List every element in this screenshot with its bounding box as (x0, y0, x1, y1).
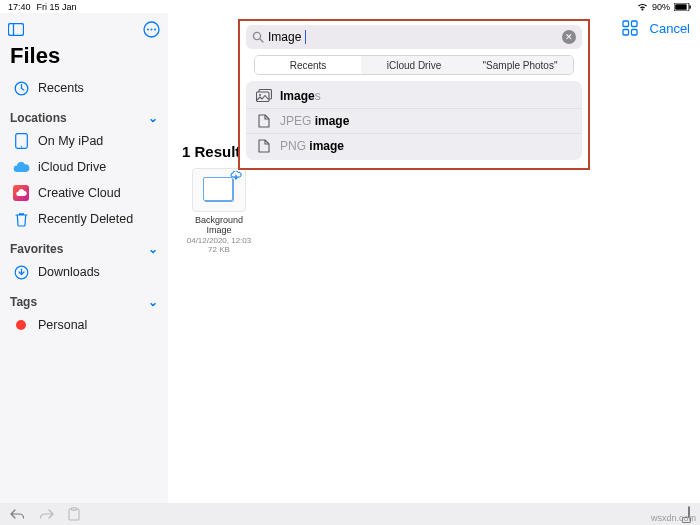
text-caret (305, 30, 306, 44)
watermark: wsxdn.com (651, 513, 696, 523)
grid-icon[interactable] (622, 20, 638, 36)
chevron-down-icon: ⌄ (148, 242, 158, 256)
status-time: 17:40 (8, 2, 31, 12)
battery-icon (674, 3, 692, 11)
sidebar-item-on-my-ipad[interactable]: On My iPad (8, 128, 160, 154)
ipad-icon (12, 133, 30, 149)
svg-line-19 (260, 39, 263, 42)
undo-icon[interactable] (10, 508, 25, 521)
redo-icon[interactable] (39, 508, 54, 521)
creative-cloud-icon (12, 185, 30, 201)
sidebar-section-tags[interactable]: Tags ⌄ (10, 295, 158, 309)
sidebar-item-downloads[interactable]: Downloads (8, 259, 160, 285)
status-date: Fri 15 Jan (37, 2, 77, 12)
svg-rect-15 (631, 21, 637, 27)
section-label: Locations (10, 111, 67, 125)
svg-rect-14 (623, 21, 629, 27)
sidebar-item-label: Downloads (38, 265, 100, 279)
file-date: 04/12/2020, 12:03 (182, 236, 256, 246)
section-label: Tags (10, 295, 37, 309)
chevron-down-icon: ⌄ (148, 111, 158, 125)
sidebar-section-favorites[interactable]: Favorites ⌄ (10, 242, 158, 256)
svg-point-8 (154, 28, 156, 30)
status-bar: 17:40 Fri 15 Jan 90% (0, 0, 700, 13)
trash-icon (12, 212, 30, 227)
svg-point-18 (253, 32, 260, 39)
clear-icon[interactable]: ✕ (562, 30, 576, 44)
file-thumbnail (192, 168, 246, 212)
clock-icon (12, 81, 30, 96)
scope-recents[interactable]: Recents (255, 56, 361, 74)
suggestion-jpeg[interactable]: JPEG image (246, 108, 582, 133)
svg-rect-17 (631, 30, 637, 36)
scope-sample-photos[interactable]: "Sample Photos" (467, 56, 573, 74)
svg-point-7 (151, 28, 153, 30)
cloud-download-icon (230, 171, 242, 181)
tag-red-icon (12, 320, 30, 330)
chevron-down-icon: ⌄ (148, 295, 158, 309)
sidebar: Files Recents Locations ⌄ On My iPad iCl… (0, 13, 168, 503)
sidebar-section-locations[interactable]: Locations ⌄ (10, 111, 158, 125)
sidebar-item-creative-cloud[interactable]: Creative Cloud (8, 180, 160, 206)
sidebar-title: Files (10, 43, 160, 69)
download-icon (12, 265, 30, 280)
search-popover: Image ✕ Recents iCloud Drive "Sample Pho… (238, 19, 590, 170)
icloud-icon (12, 161, 30, 173)
search-scope-segmented[interactable]: Recents iCloud Drive "Sample Photos" (254, 55, 574, 75)
svg-point-22 (259, 94, 261, 96)
search-icon (252, 31, 264, 43)
images-stack-icon (256, 89, 272, 102)
file-icon (256, 114, 272, 128)
scope-icloud[interactable]: iCloud Drive (361, 56, 467, 74)
svg-rect-16 (623, 30, 629, 36)
svg-point-11 (20, 146, 21, 147)
sidebar-item-label: Recently Deleted (38, 212, 133, 226)
sidebar-item-label: Creative Cloud (38, 186, 121, 200)
file-name: BackgroundImage (182, 216, 256, 236)
main-content: Cancel 1 Result BackgroundImage 04/12/20… (168, 13, 700, 503)
sidebar-item-recents[interactable]: Recents (8, 75, 160, 101)
suggestion-png[interactable]: PNG image (246, 133, 582, 158)
sidebar-item-tag-personal[interactable]: Personal (8, 312, 160, 338)
svg-rect-24 (72, 508, 77, 510)
sidebar-item-recently-deleted[interactable]: Recently Deleted (8, 206, 160, 232)
clipboard-icon[interactable] (68, 507, 80, 521)
sidebar-item-label: Personal (38, 318, 87, 332)
sidebar-item-label: iCloud Drive (38, 160, 106, 174)
search-value: Image (268, 30, 301, 44)
file-size: 72 KB (182, 245, 256, 255)
more-icon[interactable] (143, 21, 160, 38)
suggestion-images[interactable]: Images (246, 83, 582, 108)
battery-percent: 90% (652, 2, 670, 12)
section-label: Favorites (10, 242, 63, 256)
svg-point-6 (147, 28, 149, 30)
sidebar-toggle-icon[interactable] (8, 23, 24, 36)
svg-rect-2 (690, 5, 691, 8)
search-field[interactable]: Image ✕ (246, 25, 582, 49)
cancel-button[interactable]: Cancel (650, 21, 690, 36)
file-icon (256, 139, 272, 153)
sidebar-item-icloud[interactable]: iCloud Drive (8, 154, 160, 180)
svg-rect-1 (675, 4, 687, 10)
sidebar-item-label: On My iPad (38, 134, 103, 148)
search-suggestions: Images JPEG image PNG image (246, 81, 582, 160)
bottom-toolbar (0, 503, 700, 525)
sidebar-item-label: Recents (38, 81, 84, 95)
file-item[interactable]: BackgroundImage 04/12/2020, 12:03 72 KB (182, 168, 256, 255)
svg-rect-21 (257, 92, 270, 102)
svg-rect-3 (9, 23, 24, 35)
wifi-icon (637, 3, 648, 11)
